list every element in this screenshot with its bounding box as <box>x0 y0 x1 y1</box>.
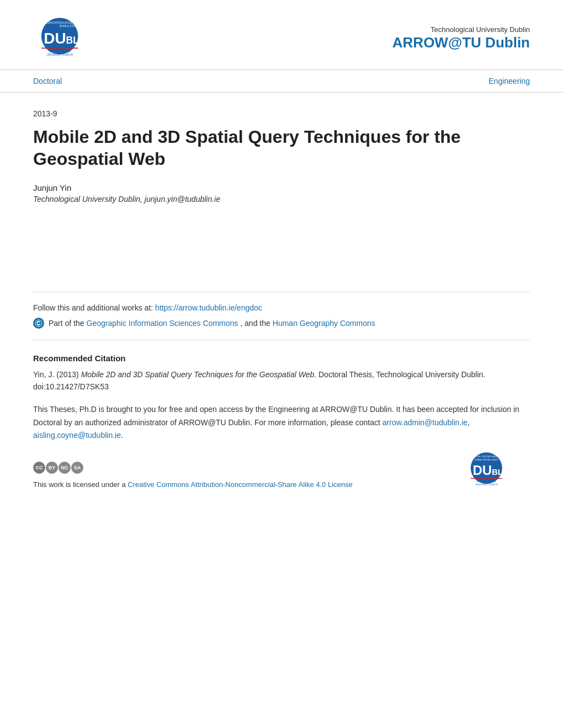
contact-email2[interactable]: aisling.coyne@tudublin.ie <box>33 431 121 440</box>
svg-text:BLIN: BLIN <box>492 467 511 477</box>
license-left: CC BY NC SA This work is licensed under … <box>33 462 353 489</box>
svg-text:BLIN: BLIN <box>66 35 89 46</box>
svg-text:TECHNOLOGICAL: TECHNOLOGICAL <box>49 50 71 53</box>
sa-icon: SA <box>71 462 83 474</box>
svg-text:DU: DU <box>44 30 66 47</box>
svg-text:OLLSCOIL TEICNEOLAÍOCHTA: OLLSCOIL TEICNEOLAÍOCHTA <box>470 455 503 458</box>
license-text: This work is licensed under a Creative C… <box>33 480 353 489</box>
dublin-logo-bottom: DU BLIN OLLSCOIL TEICNEOLAÍOCHTA BHAILE … <box>464 450 530 489</box>
author-name: Junjun Yin <box>33 183 530 192</box>
follow-section: Follow this and additional works at: htt… <box>33 292 530 340</box>
svg-text:UNIVERSITY DUBLIN: UNIVERSITY DUBLIN <box>46 53 73 56</box>
open-access-text: This Theses, Ph.D is brought to you for … <box>33 403 530 442</box>
dublin-logo: DU BLIN OLLSCOIL TEICNEOLAÍOCHTA OLLSCOI… <box>33 15 110 60</box>
contact-email1[interactable]: arrow.admin@tudublin.ie <box>383 418 468 427</box>
author-affiliation: Technological University Dublin, junjun.… <box>33 195 530 204</box>
cc-icons-row: CC BY NC SA <box>33 462 353 474</box>
main-content: 2013-9 Mobile 2D and 3D Spatial Query Te… <box>0 93 563 505</box>
follow-link[interactable]: https://arrow.tudublin.ie/engdoc <box>155 303 262 312</box>
svg-rect-8 <box>41 47 78 49</box>
part-of-line: Part of the Geographic Information Scien… <box>33 318 530 329</box>
svg-point-9 <box>35 320 42 326</box>
svg-text:OLLSCOIL TEICNEOLAÍOCHTA: OLLSCOIL TEICNEOLAÍOCHTA <box>60 21 98 24</box>
nc-icon: NC <box>59 462 71 474</box>
institution-name: Technological University Dublin <box>431 25 530 34</box>
svg-text:TECHNOLOGICAL: TECHNOLOGICAL <box>477 480 497 483</box>
citation-section: Recommended Citation Yin, J. (2013) Mobi… <box>33 354 530 393</box>
commons2-link[interactable]: Human Geography Commons <box>273 319 375 328</box>
svg-text:DU: DU <box>473 463 492 478</box>
license-link[interactable]: Creative Commons Attribution-Noncommerci… <box>128 480 353 489</box>
breadcrumb-doctoral[interactable]: Doctoral <box>33 77 62 85</box>
breadcrumb-nav: Doctoral Engineering <box>0 70 563 93</box>
document-title: Mobile 2D and 3D Spatial Query Technique… <box>33 126 530 170</box>
cc-icon: CC <box>33 462 45 474</box>
author-email-link[interactable]: junjun.yin@tudublin.ie <box>145 195 220 204</box>
commons1-link[interactable]: Geographic Information Sciences Commons <box>87 319 238 328</box>
svg-text:OLLSCOIL TEICNEOLAÍOCHTA: OLLSCOIL TEICNEOLAÍOCHTA <box>33 21 60 24</box>
citation-text: Yin, J. (2013) Mobile 2D and 3D Spatial … <box>33 368 530 393</box>
svg-rect-15 <box>471 478 502 479</box>
repo-link[interactable]: ARROW@TU Dublin <box>392 34 530 51</box>
document-date: 2013-9 <box>33 109 530 118</box>
by-icon: BY <box>46 462 58 474</box>
commons-icon <box>33 318 44 329</box>
citation-heading: Recommended Citation <box>33 354 530 363</box>
license-section: CC BY NC SA This work is licensed under … <box>33 450 530 489</box>
header-right: Technological University Dublin ARROW@TU… <box>392 24 530 51</box>
logo-area: DU BLIN OLLSCOIL TEICNEOLAÍOCHTA OLLSCOI… <box>33 15 110 60</box>
header: DU BLIN OLLSCOIL TEICNEOLAÍOCHTA OLLSCOI… <box>0 0 563 70</box>
svg-text:BHAILE ÁTHA CLIATH: BHAILE ÁTHA CLIATH <box>60 24 87 28</box>
svg-text:BHAILE ÁTHA CLIATH: BHAILE ÁTHA CLIATH <box>475 458 498 461</box>
svg-text:UNIVERSITY DUBLIN: UNIVERSITY DUBLIN <box>475 483 498 486</box>
follow-text: Follow this and additional works at: htt… <box>33 303 530 312</box>
breadcrumb-engineering[interactable]: Engineering <box>488 77 530 85</box>
